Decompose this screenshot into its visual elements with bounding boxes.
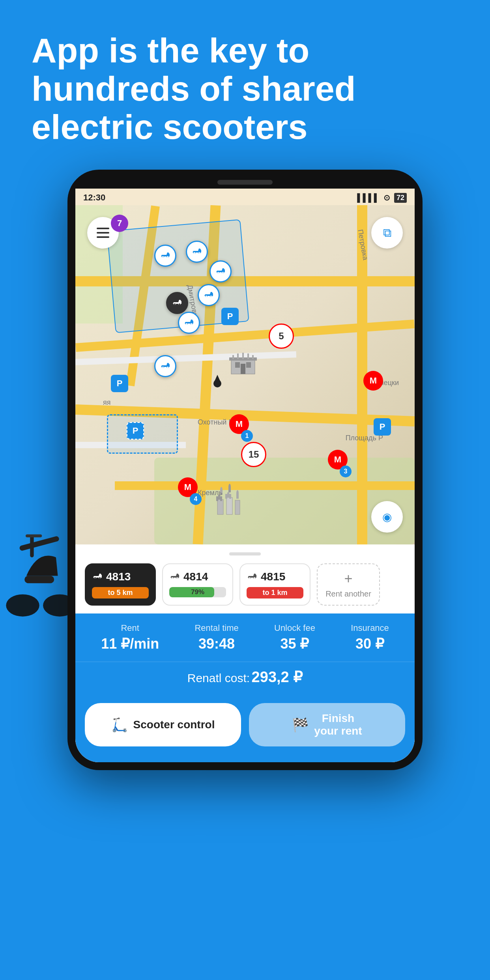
svg-rect-12 (237, 353, 239, 359)
scooter-card-4815[interactable]: 4815 to 1 km (239, 563, 310, 606)
action-buttons: 🛴 Scooter control 🏁 Finish your rent (75, 695, 415, 762)
svg-rect-2 (19, 536, 60, 551)
svg-rect-22 (227, 492, 229, 497)
svg-rect-5 (26, 535, 42, 538)
svg-rect-10 (241, 364, 245, 374)
rent-another-label: Rent another (325, 589, 371, 598)
wifi-icon: ⊙ (383, 193, 390, 202)
scooter-pin-5[interactable] (198, 284, 220, 306)
info-time: Rental time 39:48 (195, 623, 238, 652)
bottom-panel: 4813 to 5 km 4814 79% (75, 544, 415, 762)
speed-badge-5: 5 (269, 324, 294, 349)
card-id-4813: 4813 (106, 570, 131, 583)
parking-badge-1: P (111, 375, 128, 392)
plus-icon: + (344, 570, 352, 587)
scooter-pin-3[interactable] (209, 260, 232, 282)
svg-rect-24 (235, 500, 240, 514)
metro-badge-right: М (363, 371, 383, 391)
location-icon: ◉ (382, 511, 392, 524)
battery-icon: 72 (394, 193, 407, 203)
svg-rect-8 (235, 362, 240, 368)
status-bar: 12:30 ▌▌▌▌ ⊙ 72 (75, 189, 415, 205)
svg-rect-13 (242, 353, 244, 359)
metro-badge-3: М 3 (328, 450, 352, 477)
signal-icon: ▌▌▌▌ (357, 193, 380, 202)
speed-badge-15: 15 (241, 442, 266, 467)
unlock-value: 35 ₽ (274, 636, 315, 652)
building-icon (229, 351, 257, 376)
phone-screen: 12:30 ▌▌▌▌ ⊙ 72 (75, 189, 415, 762)
rent-another-card[interactable]: + Rent another (317, 563, 380, 606)
info-rent: Rent 11 ₽/min (101, 623, 159, 652)
location-button[interactable]: ◉ (371, 501, 403, 533)
scooter-pin-2[interactable] (186, 241, 208, 263)
card-id-4814: 4814 (183, 570, 208, 583)
insurance-label: Insurance (351, 623, 389, 633)
scooter-pin-1[interactable] (154, 245, 176, 267)
svg-point-0 (6, 595, 39, 617)
info-unlock: Unlock fee 35 ₽ (274, 623, 315, 652)
phone-frame: 12:30 ▌▌▌▌ ⊙ 72 (67, 170, 423, 770)
layers-icon: ⧉ (383, 226, 391, 240)
info-insurance: Insurance 30 ₽ (351, 623, 389, 652)
rent-label: Rent (101, 623, 159, 633)
scooter-control-label: Scooter control (133, 718, 215, 731)
svg-rect-11 (232, 355, 234, 359)
scooter-card-4813[interactable]: 4813 to 5 km (85, 563, 156, 606)
card-badge-4815: to 1 km (247, 587, 303, 598)
cost-value: 293,2 ₽ (252, 669, 303, 685)
metro-badge-1: М 1 (229, 414, 253, 442)
parking-badge-3: P (374, 418, 391, 436)
unlock-label: Unlock fee (274, 623, 315, 633)
hamburger-icon (97, 228, 109, 238)
svg-rect-21 (225, 494, 227, 499)
card-badge-4814: 79% (169, 587, 226, 597)
scooter-pin-active[interactable] (166, 292, 188, 314)
metro-badge-4: М 4 (178, 477, 202, 505)
status-time: 12:30 (83, 193, 105, 203)
card-id-4815: 4815 (261, 570, 285, 583)
svg-rect-14 (247, 353, 249, 359)
parking-badge-2: P (221, 308, 239, 325)
phone-speaker (217, 180, 273, 185)
scooter-pin-7[interactable] (154, 355, 176, 377)
insurance-value: 30 ₽ (351, 636, 389, 652)
svg-point-1 (43, 595, 75, 617)
scooter-control-button[interactable]: 🛴 Scooter control (85, 703, 241, 746)
user-location (209, 375, 225, 396)
finish-rent-icon: 🏁 (292, 717, 309, 733)
finish-rent-label: Finish your rent (314, 712, 362, 737)
svg-rect-20 (226, 497, 232, 514)
svg-point-26 (213, 380, 221, 387)
svg-rect-16 (217, 499, 223, 514)
map-area: Петровка Дмитровка Охотный Ряд Кремль Ку… (75, 205, 415, 544)
svg-rect-9 (246, 362, 251, 368)
rent-value: 11 ₽/min (101, 636, 159, 652)
cost-row: Renatl cost: 293,2 ₽ (75, 662, 415, 695)
svg-rect-15 (252, 355, 254, 359)
scooter-cards-row: 4813 to 5 km 4814 79% (75, 563, 415, 613)
time-label: Rental time (195, 623, 238, 633)
card-badge-4813: to 5 km (92, 587, 149, 598)
hero-title: App is the key to hundreds of shared ele… (32, 32, 458, 146)
drag-handle (229, 552, 261, 555)
svg-rect-3 (30, 535, 34, 557)
scooter-pin-6[interactable] (178, 312, 200, 334)
label-ya: яя (103, 398, 111, 407)
info-row: Rent 11 ₽/min Rental time 39:48 Unlock f… (75, 613, 415, 662)
scooter-card-4814[interactable]: 4814 79% (162, 563, 233, 606)
svg-rect-23 (229, 494, 231, 499)
scooter-control-icon: 🛴 (111, 717, 128, 733)
finish-rent-button[interactable]: 🏁 Finish your rent (249, 703, 405, 746)
svg-rect-4 (24, 576, 54, 584)
parking-badge-dashed: P (127, 422, 144, 440)
cost-label: Renatl cost: (187, 671, 250, 685)
time-value: 39:48 (195, 636, 238, 652)
layers-button[interactable]: ⧉ (371, 217, 403, 249)
